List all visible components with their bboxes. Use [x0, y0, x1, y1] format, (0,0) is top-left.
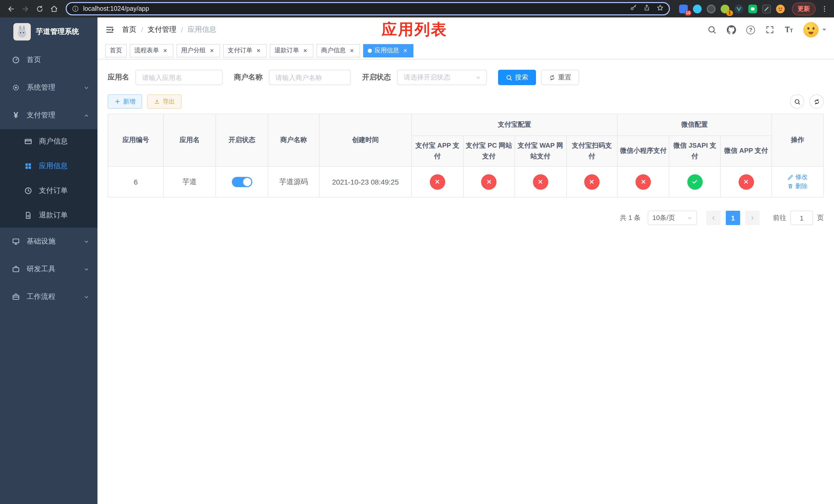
browser-menu-icon[interactable]	[819, 5, 830, 13]
status-select-placeholder: 请选择开启状态	[404, 73, 450, 82]
sidebar-item-infrastructure[interactable]: 基础设施	[0, 228, 97, 255]
close-icon[interactable]: ×	[255, 47, 262, 54]
tab-process-form[interactable]: 流程表单 ×	[130, 44, 173, 57]
close-icon[interactable]: ×	[161, 47, 169, 54]
merchant-name-input[interactable]	[269, 70, 351, 85]
share-icon[interactable]	[643, 4, 650, 13]
sidebar-menu: 首页 系统管理 ¥ 支付管理	[0, 46, 97, 311]
breadcrumb-home[interactable]: 首页	[122, 25, 136, 35]
bookmark-star-icon[interactable]	[657, 4, 664, 13]
extension-icon-1[interactable]: 10	[679, 4, 688, 13]
sidebar-item-merchant-info[interactable]: 商户信息	[0, 129, 97, 154]
reset-button[interactable]: 重置	[541, 70, 579, 85]
extension-icon-8[interactable]	[776, 4, 785, 13]
sidebar-item-workflow[interactable]: 工作流程	[0, 283, 97, 311]
sidebar-item-label: 研发工具	[27, 265, 56, 274]
refresh-icon[interactable]	[809, 94, 824, 109]
extension-icon-vue[interactable]	[734, 4, 743, 13]
tab-label: 应用信息	[374, 46, 399, 55]
hamburger-icon[interactable]	[105, 25, 114, 35]
browser-toolbar: localhost:1024/pay/app 10 1	[0, 0, 834, 18]
sidebar: 芋道管理系统 首页 系统管理	[0, 18, 97, 504]
close-icon[interactable]: ×	[348, 47, 355, 54]
font-size-icon[interactable]: TT	[785, 25, 793, 35]
sidebar-item-payment[interactable]: ¥ 支付管理	[0, 101, 97, 129]
monitor-icon	[11, 237, 21, 246]
status-select[interactable]: 请选择开启状态	[397, 70, 487, 85]
tab-merchant-info[interactable]: 商户信息 ×	[316, 44, 360, 57]
current-page-button[interactable]: 1	[726, 211, 740, 225]
sidebar-item-label: 应用信息	[39, 161, 68, 171]
table-row: 6 芋道 芋道源码 2021-10-23 08:49:25	[108, 167, 824, 198]
tab-home[interactable]: 首页	[105, 44, 127, 57]
address-bar[interactable]: localhost:1024/pay/app	[66, 2, 670, 15]
browser-home-icon[interactable]	[47, 2, 61, 15]
toggle-knob	[243, 178, 251, 186]
search-icon[interactable]	[707, 25, 717, 35]
sidebar-item-app-info[interactable]: 应用信息	[0, 154, 97, 178]
close-circle-icon	[738, 174, 754, 190]
tab-refund-order[interactable]: 退款订单 ×	[270, 44, 313, 57]
col-operations: 操作	[772, 114, 824, 167]
cell-app-id: 6	[108, 167, 163, 198]
tab-user-group[interactable]: 用户分组 ×	[176, 44, 220, 57]
github-icon[interactable]	[727, 25, 736, 35]
browser-update-button[interactable]: 更新	[792, 2, 815, 15]
extensions-bar: 10 1	[679, 4, 785, 13]
navbar-actions: ? TT	[707, 22, 826, 38]
close-icon[interactable]: ×	[402, 47, 409, 54]
sidebar-item-pay-order[interactable]: 支付订单	[0, 178, 97, 203]
sidebar-item-dev-tools[interactable]: 研发工具	[0, 255, 97, 283]
close-circle-icon	[481, 174, 497, 190]
breadcrumb-payment[interactable]: 支付管理	[148, 25, 176, 35]
fullscreen-icon[interactable]	[765, 25, 774, 35]
export-button[interactable]: 导出	[147, 94, 181, 109]
sidebar-item-label: 基础设施	[27, 237, 56, 246]
extension-icon-2[interactable]	[693, 4, 702, 13]
prev-page-icon[interactable]	[706, 211, 721, 225]
user-menu[interactable]	[803, 22, 826, 38]
page-size-select[interactable]: 10条/页	[648, 211, 697, 225]
close-icon[interactable]: ×	[302, 47, 309, 54]
tab-label: 流程表单	[134, 46, 159, 55]
app-logo[interactable]: 芋道管理系统	[0, 18, 97, 46]
tab-app-info[interactable]: 应用信息 ×	[363, 44, 413, 57]
sidebar-item-label: 商户信息	[39, 137, 68, 146]
app-grid-icon	[24, 161, 33, 171]
sidebar-item-home[interactable]: 首页	[0, 46, 97, 74]
chevron-down-icon	[84, 266, 89, 272]
page-info-icon[interactable]	[72, 5, 79, 12]
browser-reload-icon[interactable]	[33, 2, 46, 15]
sidebar-item-refund-order[interactable]: 退款订单	[0, 203, 97, 228]
next-page-icon[interactable]	[745, 211, 760, 225]
edit-button[interactable]: 修改	[788, 173, 808, 182]
sidebar-item-system[interactable]: 系统管理	[0, 74, 97, 101]
sidebar-item-label: 支付订单	[39, 186, 68, 196]
toggle-search-icon[interactable]	[790, 94, 804, 109]
chevron-up-icon	[84, 113, 89, 118]
app-name-input[interactable]	[135, 70, 223, 85]
col-alipay-pc: 支付宝 PC 网站支付	[463, 136, 515, 167]
tab-pay-order[interactable]: 支付订单 ×	[223, 44, 267, 57]
extension-icon-4[interactable]: 1	[721, 4, 729, 13]
search-button[interactable]: 搜索	[498, 70, 536, 85]
help-icon[interactable]: ?	[746, 25, 755, 34]
add-button[interactable]: 新增	[108, 94, 142, 109]
delete-button[interactable]: 删除	[788, 182, 808, 191]
status-toggle[interactable]	[232, 177, 252, 187]
password-key-icon[interactable]	[630, 4, 637, 13]
browser-back-icon[interactable]	[4, 2, 18, 15]
extension-icon-7[interactable]	[762, 4, 771, 13]
check-circle-icon	[687, 174, 702, 190]
status-label: 开启状态	[362, 73, 391, 82]
extension-icon-6[interactable]	[748, 4, 757, 13]
merchant-name-label: 商户名称	[234, 73, 263, 82]
browser-forward-icon[interactable]	[19, 2, 32, 15]
page-title: 应用列表	[381, 19, 447, 40]
col-app-name: 应用名	[163, 114, 216, 167]
close-icon[interactable]: ×	[208, 47, 215, 54]
extension-icon-3[interactable]	[707, 4, 716, 13]
goto-page-input[interactable]	[790, 211, 813, 225]
col-merchant: 商户名称	[268, 114, 319, 167]
url-text: localhost:1024/pay/app	[83, 5, 149, 12]
